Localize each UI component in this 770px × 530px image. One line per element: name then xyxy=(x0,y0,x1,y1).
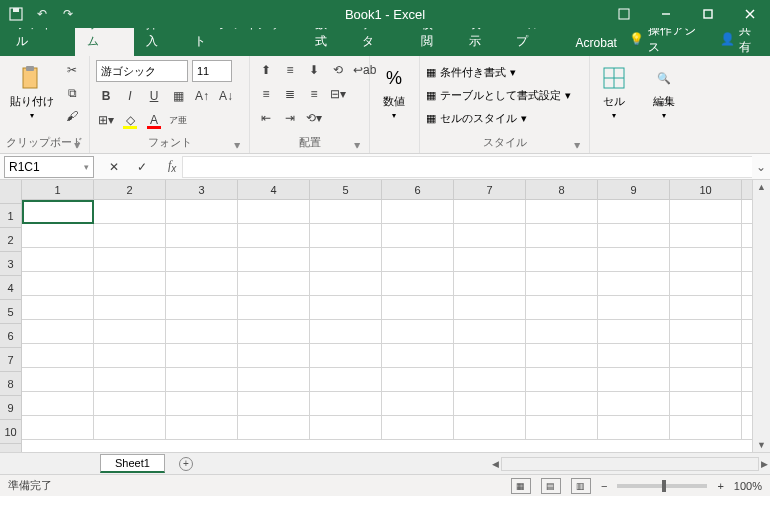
merge-icon[interactable]: ⊟▾ xyxy=(328,84,348,104)
row-header[interactable]: 1 xyxy=(0,204,21,228)
svg-rect-4 xyxy=(704,10,712,18)
align-middle-icon[interactable]: ≡ xyxy=(280,60,300,80)
decrease-font-icon[interactable]: A↓ xyxy=(216,86,236,106)
border-icon[interactable]: ▦ xyxy=(168,86,188,106)
scroll-left-icon[interactable]: ◀ xyxy=(490,457,501,471)
font-name-combo[interactable] xyxy=(96,60,188,82)
group-alignment: 配置 xyxy=(256,132,363,153)
pagebreak-view-icon[interactable]: ▥ xyxy=(571,478,591,494)
find-icon: 🔍 xyxy=(650,64,678,92)
row-header[interactable]: 8 xyxy=(0,372,21,396)
cells-area[interactable] xyxy=(22,200,752,440)
pagelayout-view-icon[interactable]: ▤ xyxy=(541,478,561,494)
zoom-in-icon[interactable]: + xyxy=(717,480,723,492)
sheet-tab[interactable]: Sheet1 xyxy=(100,454,165,473)
status-text: 準備完了 xyxy=(8,478,52,493)
tab-acrobat[interactable]: Acrobat xyxy=(564,30,629,56)
row-header[interactable]: 6 xyxy=(0,324,21,348)
font-color-icon[interactable]: A xyxy=(144,110,164,130)
col-header[interactable]: 4 xyxy=(238,180,310,200)
zoom-slider[interactable] xyxy=(617,484,707,488)
increase-font-icon[interactable]: A↑ xyxy=(192,86,212,106)
row-header[interactable]: 7 xyxy=(0,348,21,372)
font-size-combo[interactable] xyxy=(192,60,232,82)
col-header[interactable]: 6 xyxy=(382,180,454,200)
formula-input[interactable] xyxy=(182,156,752,178)
row-header[interactable]: 4 xyxy=(0,276,21,300)
sheet-tab-bar: Sheet1 + ◀ ▶ xyxy=(0,452,770,474)
col-header[interactable]: 9 xyxy=(598,180,670,200)
decrease-indent-icon[interactable]: ⇤ xyxy=(256,108,276,128)
row-header[interactable]: 3 xyxy=(0,252,21,276)
align-bottom-icon[interactable]: ⬇ xyxy=(304,60,324,80)
percent-icon: % xyxy=(380,64,408,92)
formula-bar: R1C1▾ ✕ ✓ fx ⌄ xyxy=(0,154,770,180)
copy-icon[interactable]: ⧉ xyxy=(62,83,82,103)
format-as-table[interactable]: ▦テーブルとして書式設定 ▾ xyxy=(426,87,571,104)
cells-button[interactable]: セル ▾ xyxy=(596,60,632,124)
underline-button[interactable]: U xyxy=(144,86,164,106)
increase-indent-icon[interactable]: ⇥ xyxy=(280,108,300,128)
orientation-dropdown-icon[interactable]: ⟲▾ xyxy=(304,108,324,128)
normal-view-icon[interactable]: ▦ xyxy=(511,478,531,494)
align-top-icon[interactable]: ⬆ xyxy=(256,60,276,80)
align-left-icon[interactable]: ≡ xyxy=(256,84,276,104)
name-box[interactable]: R1C1▾ xyxy=(4,156,94,178)
enter-formula-icon[interactable]: ✓ xyxy=(132,157,152,177)
new-sheet-icon[interactable]: + xyxy=(179,457,193,471)
maximize-icon[interactable] xyxy=(688,0,728,28)
scroll-up-icon[interactable]: ▲ xyxy=(753,180,770,194)
align-center-icon[interactable]: ≣ xyxy=(280,84,300,104)
scroll-right-icon[interactable]: ▶ xyxy=(759,457,770,471)
bold-button[interactable]: B xyxy=(96,86,116,106)
col-header[interactable]: 7 xyxy=(454,180,526,200)
close-icon[interactable] xyxy=(730,0,770,28)
ribbon: 貼り付け ▾ ✂ ⧉ 🖌 クリップボード B I U ▦ A↑ A↓ xyxy=(0,56,770,154)
italic-button[interactable]: I xyxy=(120,86,140,106)
window-title: Book1 - Excel xyxy=(345,7,425,22)
undo-icon[interactable]: ↶ xyxy=(34,6,50,22)
editing-button[interactable]: 🔍 編集 ▾ xyxy=(646,60,682,124)
row-header[interactable]: 10 xyxy=(0,420,21,444)
row-header[interactable]: 9 xyxy=(0,396,21,420)
horizontal-scrollbar[interactable]: ◀ ▶ xyxy=(490,457,770,471)
expand-formula-icon[interactable]: ⌄ xyxy=(752,160,770,174)
row-header[interactable]: 2 xyxy=(0,228,21,252)
redo-icon[interactable]: ↷ xyxy=(60,6,76,22)
cancel-formula-icon[interactable]: ✕ xyxy=(104,157,124,177)
col-header[interactable]: 3 xyxy=(166,180,238,200)
conditional-formatting[interactable]: ▦条件付き書式 ▾ xyxy=(426,64,516,81)
vertical-scrollbar[interactable]: ▲ ▼ xyxy=(752,180,770,452)
col-header[interactable]: 5 xyxy=(310,180,382,200)
select-all-corner[interactable] xyxy=(0,180,21,204)
paste-icon xyxy=(18,64,46,92)
group-clipboard: クリップボード xyxy=(6,132,83,153)
col-header[interactable]: 1 xyxy=(22,180,94,200)
ribbon-display-icon[interactable] xyxy=(604,0,644,28)
cut-icon[interactable]: ✂ xyxy=(62,60,82,80)
row-header[interactable]: 5 xyxy=(0,300,21,324)
fill-color-icon[interactable]: ◇ xyxy=(120,110,140,130)
fx-icon[interactable]: fx xyxy=(162,158,182,174)
number-format-button[interactable]: % 数値 ▾ xyxy=(376,60,412,124)
align-right-icon[interactable]: ≡ xyxy=(304,84,324,104)
minimize-icon[interactable] xyxy=(646,0,686,28)
status-bar: 準備完了 ▦ ▤ ▥ − + 100% xyxy=(0,474,770,496)
border-dropdown-icon[interactable]: ⊞▾ xyxy=(96,110,116,130)
format-painter-icon[interactable]: 🖌 xyxy=(62,106,82,126)
ribbon-tabs: ファイル ホーム 挿入 ページ レイアウト 数式 データ 校閲 表示 ヘルプ A… xyxy=(0,28,770,56)
zoom-level[interactable]: 100% xyxy=(734,480,762,492)
col-header[interactable]: 2 xyxy=(94,180,166,200)
col-header[interactable]: 8 xyxy=(526,180,598,200)
zoom-out-icon[interactable]: − xyxy=(601,480,607,492)
svg-rect-2 xyxy=(619,9,629,19)
col-header[interactable]: 10 xyxy=(670,180,742,200)
save-icon[interactable] xyxy=(8,6,24,22)
cell-styles[interactable]: ▦セルのスタイル ▾ xyxy=(426,110,527,127)
orientation-icon[interactable]: ⟲ xyxy=(328,60,348,80)
ruby-icon[interactable]: ア亜 xyxy=(168,110,188,130)
svg-rect-1 xyxy=(13,8,19,12)
svg-rect-8 xyxy=(26,66,34,71)
scroll-down-icon[interactable]: ▼ xyxy=(753,438,770,452)
paste-button[interactable]: 貼り付け ▾ xyxy=(6,60,58,124)
